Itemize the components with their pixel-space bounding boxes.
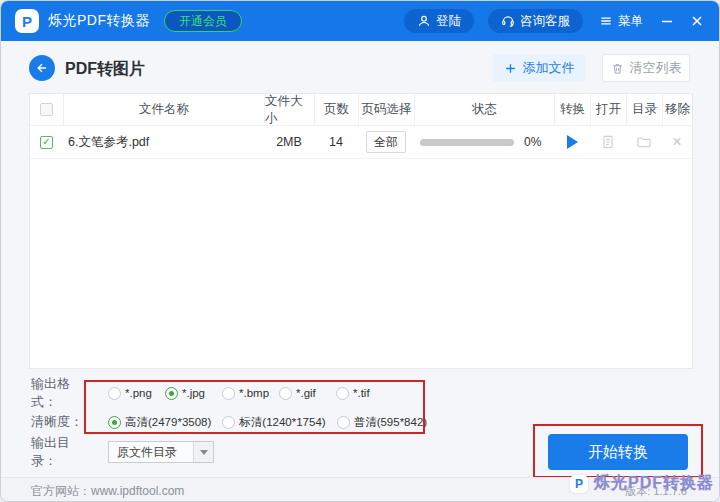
watermark-logo-icon: P — [570, 475, 588, 493]
menu-button[interactable]: 菜单 — [597, 13, 645, 30]
column-header-remove: 移除 — [662, 94, 692, 125]
close-button[interactable] — [689, 13, 705, 29]
radio-icon — [222, 416, 235, 429]
output-dir-row: 输出目录： 原文件目录 — [31, 441, 214, 463]
column-header-filesize: 文件大小 — [264, 94, 314, 125]
app-title: 烁光PDF转换器 — [48, 12, 150, 30]
progress-percent: 0% — [524, 135, 541, 149]
file-list-panel: 文件名称 文件大小 页数 页码选择 状态 转换 打开 目录 移除 6.文笔参考.… — [29, 93, 693, 369]
clarity-radio-standard[interactable]: 标清(1240*1754) — [222, 415, 325, 430]
watermark-text: 烁光PDF转换器 — [594, 473, 714, 494]
support-label: 咨询客服 — [520, 13, 570, 30]
radio-icon — [108, 387, 121, 400]
chevron-down-icon — [200, 450, 208, 455]
open-folder-icon[interactable] — [636, 134, 652, 150]
file-pages: 14 — [314, 126, 358, 158]
titlebar-actions: 登陆 咨询客服 菜单 — [404, 9, 705, 33]
status-cell: 0% — [414, 126, 554, 158]
column-header-pagerange: 页码选择 — [358, 94, 414, 125]
column-header-open: 打开 — [590, 94, 626, 125]
radio-icon — [165, 387, 178, 400]
clear-list-label: 清空列表 — [630, 59, 682, 77]
login-button[interactable]: 登陆 — [404, 9, 474, 33]
user-icon — [417, 14, 431, 28]
clarity-label: 清晰度： — [31, 413, 93, 431]
output-format-label: 输出格式： — [31, 375, 93, 411]
app-logo-icon: P — [15, 9, 39, 33]
column-header-directory: 目录 — [626, 94, 662, 125]
clarity-radio-high[interactable]: 高清(2479*3508) — [108, 415, 211, 430]
remove-file-icon[interactable]: × — [672, 134, 681, 150]
arrow-left-icon — [35, 61, 49, 75]
output-dir-value: 原文件目录 — [109, 444, 193, 461]
convert-play-button[interactable] — [567, 135, 578, 149]
file-name: 6.文笔参考.pdf — [63, 126, 264, 158]
format-radio-bmp[interactable]: *.bmp — [222, 387, 279, 400]
hamburger-icon — [599, 14, 613, 28]
radio-icon — [222, 387, 235, 400]
login-label: 登陆 — [436, 13, 461, 30]
close-icon — [691, 15, 703, 27]
output-dir-select[interactable]: 原文件目录 — [108, 441, 214, 463]
table-row: 6.文笔参考.pdf 2MB 14 全部 0% × — [30, 126, 692, 159]
output-format-row: 输出格式： *.png *.jpg *.bmp *.gif *.tif — [31, 382, 393, 404]
progress-bar — [420, 139, 514, 146]
format-radio-png[interactable]: *.png — [108, 387, 165, 400]
start-convert-button[interactable]: 开始转换 — [548, 434, 688, 470]
clarity-radio-group: 高清(2479*3508) 标清(1240*1754) 普清(595*842) — [108, 415, 438, 430]
watermark: P 烁光PDF转换器 — [570, 473, 714, 494]
row-checkbox[interactable] — [40, 136, 53, 149]
output-dir-label: 输出目录： — [31, 434, 93, 470]
page-range-select[interactable]: 全部 — [366, 131, 406, 153]
format-radio-jpg[interactable]: *.jpg — [165, 387, 222, 400]
plus-icon — [504, 62, 517, 75]
column-header-filename: 文件名称 — [63, 94, 264, 125]
column-header-convert: 转换 — [554, 94, 590, 125]
back-button[interactable] — [29, 55, 55, 81]
column-header-pages: 页数 — [314, 94, 358, 125]
format-radio-tif[interactable]: *.tif — [336, 387, 393, 400]
titlebar: P 烁光PDF转换器 开通会员 登陆 咨询客服 菜单 — [1, 1, 719, 41]
radio-icon — [336, 387, 349, 400]
menu-label: 菜单 — [618, 13, 643, 30]
format-radio-group: *.png *.jpg *.bmp *.gif *.tif — [108, 387, 393, 400]
support-button[interactable]: 咨询客服 — [488, 9, 583, 33]
format-radio-gif[interactable]: *.gif — [279, 387, 336, 400]
page-title: PDF转图片 — [65, 59, 145, 80]
add-files-label: 添加文件 — [523, 59, 575, 77]
minimize-button[interactable] — [659, 13, 675, 29]
headset-icon — [501, 14, 515, 28]
open-result-icon[interactable] — [600, 134, 616, 150]
clear-list-button[interactable]: 清空列表 — [602, 54, 690, 82]
clarity-radio-normal[interactable]: 普清(595*842) — [337, 415, 428, 430]
file-size: 2MB — [264, 126, 314, 158]
radio-icon — [337, 416, 350, 429]
radio-icon — [279, 387, 292, 400]
dropdown-arrow — [193, 442, 213, 462]
official-website: 官方网站：www.ipdftool.com — [31, 483, 184, 500]
page-header: PDF转图片 添加文件 清空列表 — [1, 41, 719, 93]
add-files-button[interactable]: 添加文件 — [493, 54, 585, 82]
minimize-icon — [661, 15, 673, 27]
clarity-row: 清晰度： 高清(2479*3508) 标清(1240*1754) 普清(595*… — [31, 411, 438, 433]
table-header: 文件名称 文件大小 页数 页码选择 状态 转换 打开 目录 移除 — [30, 94, 692, 126]
vip-button[interactable]: 开通会员 — [164, 10, 242, 32]
trash-icon — [611, 62, 624, 75]
radio-icon — [108, 416, 121, 429]
select-all-checkbox[interactable] — [40, 103, 53, 116]
column-header-status: 状态 — [414, 94, 554, 125]
app-window: P 烁光PDF转换器 开通会员 登陆 咨询客服 菜单 — [0, 0, 720, 502]
